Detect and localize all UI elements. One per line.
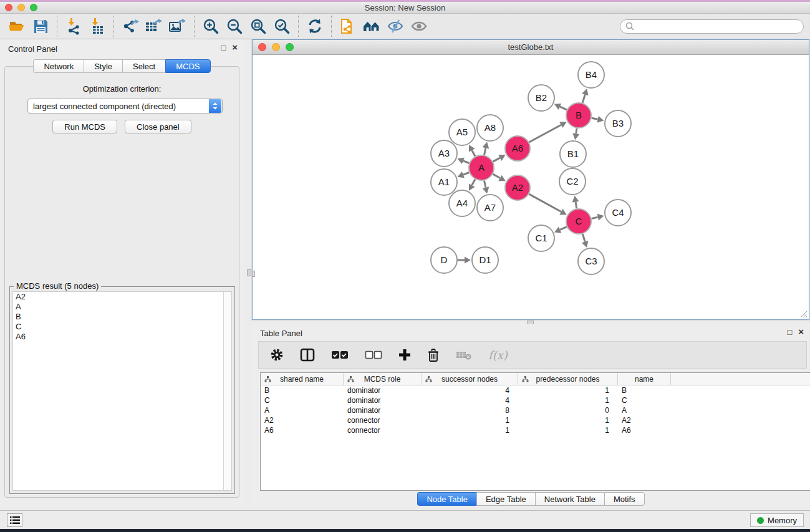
save-session-button[interactable] bbox=[29, 16, 52, 37]
graph-node-B[interactable]: B bbox=[566, 103, 591, 128]
graph-edge[interactable] bbox=[591, 214, 604, 221]
graph-node-B3[interactable]: B3 bbox=[605, 110, 631, 137]
graph-node-A7[interactable]: A7 bbox=[477, 195, 503, 221]
network-edge-handle[interactable] bbox=[252, 271, 255, 277]
tab-node-table[interactable]: Node Table bbox=[417, 492, 476, 506]
graph-node-A[interactable]: A bbox=[469, 155, 494, 180]
table-row[interactable]: A6connector11A6 bbox=[261, 425, 810, 435]
table-row[interactable]: Adominator80A bbox=[261, 405, 810, 415]
graph-edge[interactable] bbox=[469, 179, 475, 190]
resize-grip-icon[interactable] bbox=[799, 309, 808, 318]
hide-selected-button[interactable] bbox=[383, 16, 407, 37]
deselect-all-button[interactable] bbox=[365, 350, 382, 360]
table-row[interactable]: Bdominator41B bbox=[261, 385, 810, 395]
graph-edge[interactable] bbox=[554, 226, 567, 233]
graph-edge[interactable] bbox=[483, 142, 489, 155]
graph-edge[interactable] bbox=[493, 155, 506, 162]
network-graph[interactable]: B4B2BB3A5A8A6B1A3AC2A1A2A4A7C4CC1C3DD1 bbox=[253, 55, 809, 319]
new-network-file-button[interactable] bbox=[336, 16, 360, 37]
mcds-result-item[interactable]: B bbox=[13, 312, 231, 322]
column-header-successor-nodes[interactable]: successor nodes bbox=[422, 373, 518, 385]
graph-node-B2[interactable]: B2 bbox=[528, 85, 554, 111]
create-column-button[interactable] bbox=[398, 349, 411, 361]
zoom-selected-button[interactable] bbox=[270, 16, 294, 37]
search-input[interactable] bbox=[620, 19, 804, 34]
graph-edge[interactable] bbox=[457, 158, 469, 164]
graph-node-A5[interactable]: A5 bbox=[449, 119, 475, 145]
tab-edge-table[interactable]: Edge Table bbox=[476, 492, 535, 506]
show-all-button[interactable] bbox=[407, 16, 431, 37]
graph-edge[interactable] bbox=[582, 234, 588, 248]
function-builder-button-disabled[interactable]: f(x) bbox=[488, 349, 508, 362]
delete-table-button-disabled[interactable] bbox=[456, 349, 472, 360]
import-table-button[interactable] bbox=[85, 16, 109, 37]
graph-node-C[interactable]: C bbox=[566, 209, 591, 234]
zoom-fit-button[interactable] bbox=[246, 16, 270, 37]
refresh-button[interactable] bbox=[303, 16, 327, 37]
tab-select[interactable]: Select bbox=[122, 59, 165, 73]
tab-mcds[interactable]: MCDS bbox=[165, 59, 210, 73]
graph-edge[interactable] bbox=[493, 174, 505, 181]
open-file-button[interactable] bbox=[5, 16, 29, 37]
export-network-button[interactable] bbox=[118, 16, 142, 37]
graph-node-C4[interactable]: C4 bbox=[605, 200, 631, 226]
close-panel-icon[interactable]: × bbox=[232, 43, 238, 52]
graph-node-A8[interactable]: A8 bbox=[477, 115, 503, 141]
close-panel-icon[interactable]: × bbox=[798, 327, 804, 337]
graph-node-A1[interactable]: A1 bbox=[431, 169, 457, 195]
network-window-titlebar[interactable]: testGlobe.txt bbox=[253, 40, 809, 55]
graph-edge[interactable] bbox=[458, 257, 471, 264]
graph-edge[interactable] bbox=[457, 172, 469, 178]
mcds-result-item[interactable]: A6 bbox=[13, 332, 231, 342]
graph-edge[interactable] bbox=[554, 104, 567, 110]
column-header-name[interactable]: name bbox=[618, 373, 671, 385]
run-mcds-button[interactable]: Run MCDS bbox=[52, 120, 117, 133]
select-all-button[interactable] bbox=[331, 350, 349, 360]
float-panel-icon[interactable]: □ bbox=[221, 43, 226, 52]
mcds-result-item[interactable]: A bbox=[13, 302, 231, 312]
network-canvas[interactable]: B4B2BB3A5A8A6B1A3AC2A1A2A4A7C4CC1C3DD1 bbox=[253, 55, 809, 319]
graph-node-A2[interactable]: A2 bbox=[505, 175, 530, 200]
column-header-predecessor-nodes[interactable]: predecessor nodes bbox=[518, 373, 618, 385]
graph-edge[interactable] bbox=[582, 89, 589, 103]
column-header-MCDS-role[interactable]: MCDS role bbox=[344, 373, 422, 385]
show-columns-button[interactable] bbox=[300, 348, 315, 362]
vertical-split-handle[interactable] bbox=[247, 269, 251, 276]
delete-column-button[interactable] bbox=[427, 348, 440, 362]
export-image-button[interactable] bbox=[166, 16, 190, 37]
graph-node-A3[interactable]: A3 bbox=[431, 140, 457, 167]
zoom-out-button[interactable] bbox=[223, 16, 246, 37]
close-panel-button[interactable]: Close panel bbox=[125, 120, 191, 133]
mcds-list-scrollbar[interactable] bbox=[223, 292, 231, 490]
zoom-in-button[interactable] bbox=[199, 16, 223, 37]
graph-node-D[interactable]: D bbox=[431, 247, 457, 273]
node-table[interactable]: shared nameMCDS rolesuccessor nodesprede… bbox=[260, 372, 810, 491]
graph-edge[interactable] bbox=[572, 128, 579, 140]
tab-network-table[interactable]: Network Table bbox=[535, 492, 604, 506]
tab-motifs[interactable]: Motifs bbox=[604, 492, 645, 506]
mcds-result-list[interactable]: A2ABCA6 bbox=[12, 291, 232, 491]
graph-node-C2[interactable]: C2 bbox=[559, 168, 586, 195]
graph-edge[interactable] bbox=[483, 181, 489, 194]
graph-edge[interactable] bbox=[469, 145, 475, 156]
mcds-result-item[interactable]: A2 bbox=[13, 292, 231, 302]
graph-edge[interactable] bbox=[592, 116, 604, 123]
graph-node-C3[interactable]: C3 bbox=[578, 248, 604, 274]
graph-node-B4[interactable]: B4 bbox=[578, 62, 604, 88]
first-neighbors-button[interactable] bbox=[360, 16, 383, 37]
optimization-criterion-select[interactable]: largest connected component (directed) bbox=[27, 99, 223, 114]
graph-edge[interactable] bbox=[572, 196, 579, 209]
graph-node-D1[interactable]: D1 bbox=[472, 247, 498, 273]
export-table-button[interactable] bbox=[142, 16, 166, 37]
float-panel-icon[interactable]: □ bbox=[787, 327, 792, 337]
task-history-button[interactable] bbox=[7, 513, 22, 527]
graph-node-B1[interactable]: B1 bbox=[560, 141, 586, 167]
graph-node-A4[interactable]: A4 bbox=[449, 190, 475, 216]
graph-edge[interactable] bbox=[529, 194, 566, 215]
tab-style[interactable]: Style bbox=[84, 59, 122, 73]
table-row[interactable]: A2connector11A2 bbox=[261, 415, 810, 425]
graph-node-A6[interactable]: A6 bbox=[505, 136, 530, 161]
mcds-result-item[interactable]: C bbox=[13, 322, 231, 332]
table-settings-button[interactable] bbox=[270, 348, 284, 362]
import-network-button[interactable] bbox=[62, 16, 85, 37]
